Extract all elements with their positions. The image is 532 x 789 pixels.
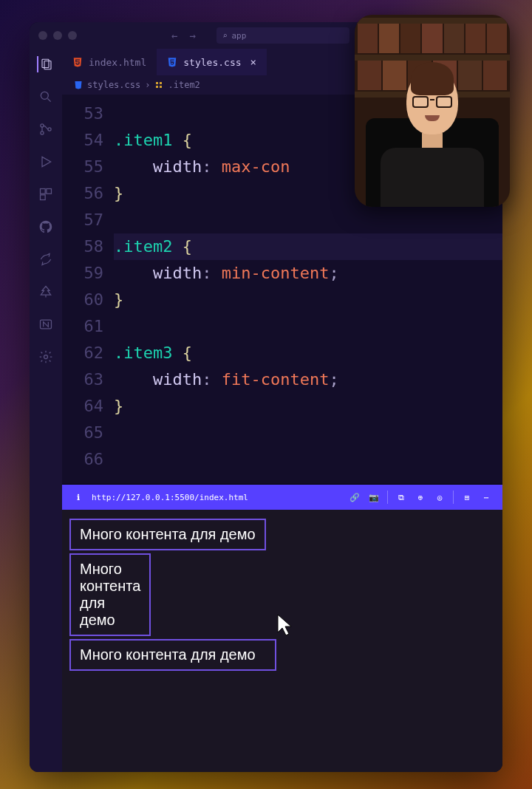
webcam-overlay bbox=[355, 15, 510, 207]
close-tab-icon[interactable]: × bbox=[250, 56, 256, 68]
maximize-window-icon[interactable] bbox=[68, 31, 77, 40]
camera-icon[interactable]: 📷 bbox=[368, 491, 380, 503]
share-icon[interactable] bbox=[38, 251, 54, 267]
chevron-right-icon: › bbox=[145, 80, 150, 90]
nav-forward-icon[interactable]: → bbox=[189, 30, 195, 41]
settings-gear-icon[interactable] bbox=[38, 349, 54, 365]
explorer-icon[interactable] bbox=[37, 56, 53, 72]
info-icon[interactable]: ℹ bbox=[72, 491, 84, 503]
demo-item-1: Много контента для демо bbox=[69, 519, 266, 550]
search-sidebar-icon[interactable] bbox=[38, 89, 54, 105]
open-external-icon[interactable]: ⧉ bbox=[395, 491, 407, 503]
svg-line-3 bbox=[48, 99, 51, 102]
tree-icon[interactable] bbox=[38, 284, 54, 300]
tab-styles-css[interactable]: styles.css × bbox=[157, 49, 267, 75]
html5-icon bbox=[72, 57, 83, 67]
symbol-icon bbox=[154, 81, 163, 89]
tab-label: styles.css bbox=[183, 57, 241, 68]
line-gutter: 5354555657585960616263646566 bbox=[62, 95, 114, 484]
target-icon[interactable]: ◎ bbox=[434, 491, 446, 503]
nav-arrows: ← → bbox=[171, 30, 196, 41]
css3-icon bbox=[167, 57, 177, 67]
search-placeholder: app bbox=[232, 31, 247, 41]
preview-viewport[interactable]: Много контента для демо Много контента д… bbox=[62, 510, 502, 772]
cursor-icon bbox=[276, 613, 297, 643]
nav-back-icon[interactable]: ← bbox=[171, 30, 177, 41]
css3-icon bbox=[74, 81, 83, 89]
svg-point-6 bbox=[48, 128, 51, 131]
globe-icon[interactable]: ⊕ bbox=[415, 491, 426, 503]
run-debug-icon[interactable] bbox=[38, 154, 54, 170]
window-controls bbox=[38, 31, 77, 40]
github-icon[interactable] bbox=[38, 219, 54, 235]
browser-preview-panel: ℹ http://127.0.0.1:5500/index.html 🔗 📷 ⧉… bbox=[62, 484, 502, 772]
source-control-icon[interactable] bbox=[38, 121, 54, 137]
extension-puzzle-icon[interactable]: ⊞ bbox=[461, 491, 473, 503]
svg-point-13 bbox=[44, 355, 48, 359]
activity-bar bbox=[30, 49, 62, 772]
minimize-window-icon[interactable] bbox=[53, 31, 62, 40]
preview-url[interactable]: http://127.0.0.1:5500/index.html bbox=[92, 493, 248, 502]
breadcrumb-symbol: .item2 bbox=[168, 80, 200, 90]
close-window-icon[interactable] bbox=[38, 31, 47, 40]
tab-label: index.html bbox=[89, 57, 146, 68]
link-icon[interactable]: 🔗 bbox=[349, 491, 361, 503]
breadcrumb-file: styles.css bbox=[87, 80, 140, 90]
extensions-icon[interactable] bbox=[38, 186, 54, 202]
svg-rect-10 bbox=[41, 195, 46, 200]
svg-rect-9 bbox=[47, 189, 52, 194]
more-icon[interactable]: ⋯ bbox=[480, 491, 492, 503]
svg-marker-7 bbox=[42, 157, 51, 166]
svg-point-5 bbox=[41, 132, 44, 134]
svg-point-4 bbox=[41, 124, 44, 127]
n-badge-icon[interactable] bbox=[38, 316, 54, 332]
demo-item-2: Много контента для демо bbox=[69, 553, 151, 636]
presenter bbox=[366, 46, 499, 207]
command-search[interactable]: ⌕ app bbox=[216, 27, 349, 44]
search-icon: ⌕ bbox=[222, 31, 228, 41]
tab-index-html[interactable]: index.html bbox=[62, 49, 157, 75]
svg-rect-8 bbox=[41, 189, 46, 194]
preview-toolbar: ℹ http://127.0.0.1:5500/index.html 🔗 📷 ⧉… bbox=[62, 485, 502, 510]
demo-item-3: Много контента для демо bbox=[69, 639, 276, 671]
svg-point-2 bbox=[41, 92, 48, 99]
